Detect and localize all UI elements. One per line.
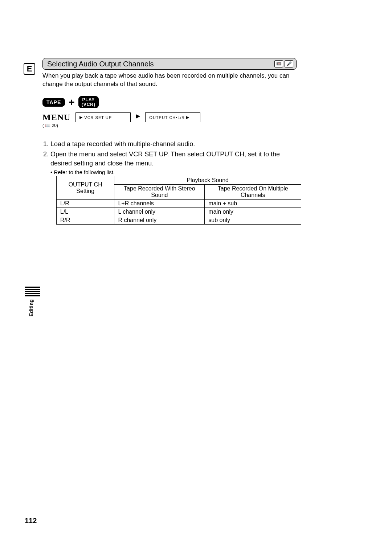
menu-box1-label: VCR SET UP bbox=[84, 115, 112, 120]
page-number: 112 bbox=[25, 517, 37, 525]
arrow-icon: ▶ bbox=[79, 115, 83, 120]
section-title: Selecting Audio Output Channels bbox=[47, 60, 154, 68]
cell: main + sub bbox=[205, 200, 301, 208]
menu-word: MENU bbox=[42, 112, 70, 122]
arrow-icon: ▶ bbox=[186, 115, 189, 120]
step-2-sub: • Refer to the following list. bbox=[50, 169, 300, 175]
side-tab-bars bbox=[25, 287, 40, 296]
cell: R/R bbox=[57, 216, 114, 225]
mode-row: TAPE + PLAY (VCR) bbox=[42, 96, 99, 108]
side-tab-editing: Editing bbox=[25, 287, 40, 330]
language-badge: E bbox=[24, 63, 35, 75]
mic-icon: 🎤 bbox=[285, 60, 293, 67]
menu-ref: ( 📖 20) bbox=[42, 123, 70, 128]
cell: main only bbox=[205, 208, 301, 216]
mode-tape: TAPE bbox=[42, 98, 65, 107]
step-1: Load a tape recorded with multiple-chann… bbox=[50, 140, 300, 148]
output-ch-table: OUTPUT CH Setting Playback Sound Tape Re… bbox=[56, 176, 301, 225]
menu-box-vcr-setup: ▶ VCR SET UP bbox=[75, 112, 131, 122]
table-row: R/R R channel only sub only bbox=[57, 216, 301, 225]
menu-label-block: MENU ( 📖 20) bbox=[42, 112, 70, 128]
th-stereo: Tape Recorded With Stereo Sound bbox=[114, 185, 205, 200]
mode-play-line2: (VCR) bbox=[82, 102, 95, 107]
th-playback-sound: Playback Sound bbox=[114, 176, 301, 185]
plus-icon: + bbox=[69, 96, 74, 108]
cell: sub only bbox=[205, 216, 301, 225]
mode-play-vcr: PLAY (VCR) bbox=[78, 96, 99, 108]
arrow-icon: ▶ bbox=[136, 112, 140, 119]
cell: L channel only bbox=[114, 208, 205, 216]
menu-box2-label: OUTPUT CH•L/R bbox=[149, 115, 185, 120]
tape-icon: 📼 bbox=[274, 60, 283, 67]
intro-text: When you play back a tape whose audio ha… bbox=[42, 72, 297, 89]
steps: Load a tape recorded with multiple-chann… bbox=[42, 140, 300, 175]
menu-box-output-ch: OUTPUT CH•L/R ▶ bbox=[145, 112, 200, 122]
th-multi: Tape Recorded On Multiple Channels bbox=[205, 185, 301, 200]
table-row: L/L L channel only main only bbox=[57, 208, 301, 216]
cell: R channel only bbox=[114, 216, 205, 225]
th-output-ch: OUTPUT CH Setting bbox=[57, 176, 114, 200]
section-title-icons: 📼 🎤 bbox=[274, 60, 293, 67]
menu-row: MENU ( 📖 20) ▶ VCR SET UP ▶ OUTPUT CH•L/… bbox=[42, 112, 200, 128]
side-tab-label: Editing bbox=[28, 299, 34, 316]
section-title-bar: Selecting Audio Output Channels 📼 🎤 bbox=[42, 58, 297, 70]
cell: L/R bbox=[57, 200, 114, 208]
cell: L+R channels bbox=[114, 200, 205, 208]
step-2: Open the menu and select VCR SET UP. The… bbox=[50, 150, 300, 168]
cell: L/L bbox=[57, 208, 114, 216]
table-row: L/R L+R channels main + sub bbox=[57, 200, 301, 208]
